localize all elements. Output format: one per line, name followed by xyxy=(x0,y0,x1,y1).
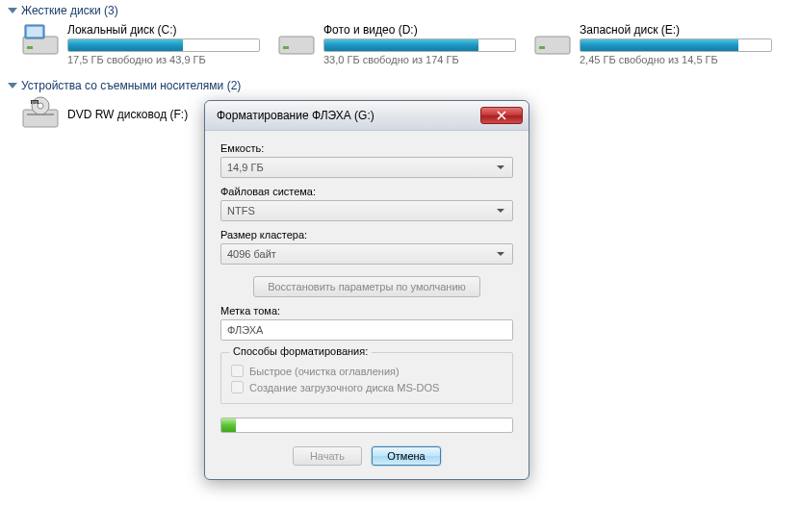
hdd-icon xyxy=(533,21,572,60)
quick-format-checkbox[interactable] xyxy=(231,365,244,377)
svg-text:DVD: DVD xyxy=(32,101,39,105)
drive-usage-bar xyxy=(323,38,516,52)
drive-item[interactable]: Запасной диск (E:) 2,45 ГБ свободно из 1… xyxy=(533,21,772,65)
dvd-drive-icon: DVD xyxy=(21,96,60,135)
drive-item[interactable]: Фото и видео (D:) 33,0 ГБ свободно из 17… xyxy=(277,21,516,65)
volume-label: Метка тома: xyxy=(220,305,513,317)
format-methods-fieldset: Способы форматирования: Быстрое (очистка… xyxy=(220,352,513,404)
format-dialog: Форматирование ФЛЭХА (G:) Емкость: 14,9 … xyxy=(204,100,529,480)
cluster-combo[interactable]: 4096 байт xyxy=(220,243,513,265)
svg-rect-6 xyxy=(535,37,570,54)
restore-defaults-button[interactable]: Восстановить параметры по умолчанию xyxy=(253,276,480,297)
drive-status: 17,5 ГБ свободно из 43,9 ГБ xyxy=(67,54,260,65)
close-button[interactable] xyxy=(480,107,523,124)
dialog-titlebar[interactable]: Форматирование ФЛЭХА (G:) xyxy=(205,101,529,131)
methods-legend: Способы форматирования: xyxy=(229,345,372,357)
svg-rect-4 xyxy=(279,37,314,54)
msdos-checkbox[interactable] xyxy=(231,381,244,393)
msdos-row[interactable]: Создание загрузочного диска MS-DOS xyxy=(231,381,503,393)
filesystem-combo[interactable]: NTFS xyxy=(220,200,513,221)
cluster-value: 4096 байт xyxy=(227,248,276,260)
drive-usage-bar xyxy=(580,38,772,52)
volume-input[interactable] xyxy=(220,319,513,341)
start-button[interactable]: Начать xyxy=(293,446,362,466)
drive-label: Запасной диск (E:) xyxy=(580,23,772,37)
drive-label: Локальный диск (C:) xyxy=(67,23,260,37)
capacity-combo[interactable]: 14,9 ГБ xyxy=(220,157,513,178)
msdos-label: Создание загрузочного диска MS-DOS xyxy=(249,382,439,393)
hdd-icon xyxy=(21,21,60,60)
drive-usage-fill xyxy=(324,39,478,51)
drive-status: 33,0 ГБ свободно из 174 ГБ xyxy=(323,54,516,65)
drive-label: Фото и видео (D:) xyxy=(323,23,516,37)
quick-format-row[interactable]: Быстрое (очистка оглавления) xyxy=(231,365,503,377)
capacity-value: 14,9 ГБ xyxy=(227,162,264,173)
progress-fill xyxy=(221,418,236,432)
collapse-icon xyxy=(8,83,17,89)
svg-rect-1 xyxy=(27,46,33,49)
drive-usage-fill xyxy=(581,39,738,51)
svg-rect-3 xyxy=(27,27,42,37)
collapse-icon xyxy=(8,8,17,13)
svg-rect-5 xyxy=(283,46,289,49)
format-progress xyxy=(220,418,513,433)
svg-rect-7 xyxy=(539,46,545,49)
filesystem-value: NTFS xyxy=(227,205,255,216)
section-header-removable[interactable]: Устройства со съемными носителями (2) xyxy=(0,75,800,96)
hdd-icon xyxy=(277,21,316,60)
drives-row: Локальный диск (C:) 17,5 ГБ свободно из … xyxy=(0,21,800,65)
cluster-label: Размер кластера: xyxy=(220,229,513,241)
quick-format-label: Быстрое (очистка оглавления) xyxy=(249,366,400,377)
section-header-hdd[interactable]: Жесткие диски (3) xyxy=(0,0,800,21)
drive-status: 2,45 ГБ свободно из 14,5 ГБ xyxy=(580,54,772,65)
drive-item[interactable]: Локальный диск (C:) 17,5 ГБ свободно из … xyxy=(21,21,260,65)
drive-usage-fill xyxy=(68,39,183,51)
section-title: Жесткие диски (3) xyxy=(21,4,118,17)
close-icon xyxy=(497,111,506,120)
filesystem-label: Файловая система: xyxy=(220,186,513,197)
cancel-button[interactable]: Отмена xyxy=(372,446,441,466)
svg-rect-0 xyxy=(23,37,58,54)
section-title: Устройства со съемными носителями (2) xyxy=(21,79,241,92)
dialog-title-text: Форматирование ФЛЭХА (G:) xyxy=(217,109,480,122)
capacity-label: Емкость: xyxy=(220,142,513,154)
drive-usage-bar xyxy=(67,38,260,52)
